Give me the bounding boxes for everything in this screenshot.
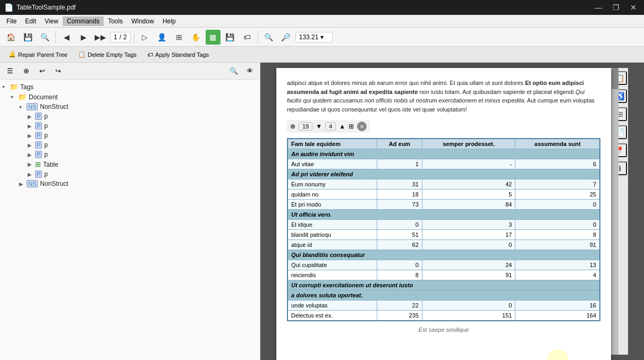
scrollbar-right[interactable]: [611, 68, 618, 355]
arrow-p5: ▶: [28, 152, 35, 158]
tree-node-nonstruct1[interactable]: ▾ NS NonStruct: [2, 102, 258, 112]
zoom-value[interactable]: 133.21: [299, 33, 319, 41]
p2-icon: P: [35, 122, 42, 130]
menu-window[interactable]: Window: [127, 16, 158, 26]
table-row: El idque030: [287, 220, 600, 230]
table-cell-1: 151: [422, 311, 515, 321]
undo-button[interactable]: ↩: [35, 64, 49, 78]
table-button[interactable]: ▦: [206, 30, 221, 45]
p6-label: p: [44, 170, 48, 178]
table-section-cell: Ut officia vero.: [287, 210, 600, 220]
intro-text-block: adipisci atque et dolores minus ab earum…: [287, 79, 600, 114]
pan-button[interactable]: ✋: [189, 30, 204, 45]
tree-node-nonstruct2[interactable]: ▶ NS NonStruct: [2, 179, 258, 188]
table-cell-2: 13: [515, 260, 600, 270]
table-cell-0: 0: [377, 260, 422, 270]
table-section-cell: Ad pri viderer eleifend: [287, 169, 600, 179]
table-row: Qui cupiditate02413: [287, 260, 600, 270]
table-row: Delectus est ex.235151164: [287, 311, 600, 321]
table-cell-1: -: [422, 159, 515, 169]
search-button[interactable]: 🔍: [37, 30, 52, 45]
zoom-dropdown-icon[interactable]: ▾: [320, 33, 324, 41]
nonstruct2-label: NonStruct: [40, 180, 68, 187]
tree-node-document[interactable]: ▾ 📁 Document: [2, 92, 258, 102]
tree-node-p2[interactable]: ▶ P p: [2, 121, 258, 131]
repair-tree-button[interactable]: 🔔 Repair Parent Tree: [4, 49, 72, 59]
zoom-out-button[interactable]: 🔍: [261, 30, 276, 45]
save-button[interactable]: 💾: [20, 30, 35, 45]
page-close-button[interactable]: ✕: [357, 122, 367, 131]
table-cell-label: El idque: [287, 220, 377, 230]
prev-page-button[interactable]: ◀: [59, 30, 74, 45]
tree-node-p6[interactable]: ▶ P p: [2, 169, 258, 179]
search-panel-button[interactable]: 🔍: [227, 64, 241, 78]
sep2: [134, 31, 134, 44]
delete-empty-button[interactable]: 📋 Delete Empty Tags: [74, 49, 141, 59]
select-button[interactable]: ▷: [138, 30, 152, 45]
table-cell-0: 235: [377, 311, 422, 321]
menu-file[interactable]: File: [2, 16, 21, 26]
menu-help[interactable]: Help: [158, 16, 180, 26]
sep3: [258, 31, 258, 44]
stamp-button[interactable]: 👤: [155, 30, 170, 45]
table-cell-1: 3: [422, 220, 515, 230]
window-title: TableToolSample.pdf: [16, 4, 75, 11]
add-tag-button[interactable]: ⊕: [19, 64, 33, 78]
table-row: reiciendis8914: [287, 270, 600, 280]
table-cell-label: quidam no: [287, 190, 377, 200]
eye-button[interactable]: 👁: [243, 64, 257, 78]
table-cell-2: 91: [515, 240, 600, 250]
table-section-cell: An audire invidunt vim: [287, 149, 600, 159]
delete-icon: 📋: [78, 51, 86, 58]
arrow-table: ▶: [28, 161, 35, 167]
title-bar: 📄 TableToolSample.pdf — ❐ ✕: [0, 0, 644, 15]
tree-node-p1[interactable]: ▶ P p: [2, 112, 258, 121]
table-cell-0: 0: [377, 220, 422, 230]
sep1: [55, 31, 56, 44]
tags-label: Tags: [20, 83, 33, 91]
redo-button[interactable]: ↪: [51, 64, 65, 78]
apply-icon: 🏷: [147, 52, 153, 58]
table-cell-2: 6: [515, 159, 600, 169]
tree-node-p3[interactable]: ▶ P p: [2, 131, 258, 140]
table-cell-2: 0: [515, 200, 600, 210]
scrollbar-thumb[interactable]: [612, 68, 618, 89]
collapse-all-button[interactable]: ☰: [3, 64, 17, 78]
home-button[interactable]: 🏠: [3, 30, 18, 45]
footer-text: Est saepe similique: [287, 327, 600, 333]
apply-standard-button[interactable]: 🏷 Apply Standard Tags: [143, 50, 213, 59]
menu-commands[interactable]: Commands: [63, 16, 104, 26]
tag-button[interactable]: 🏷: [240, 30, 255, 45]
close-button[interactable]: ✕: [627, 2, 640, 13]
page-current[interactable]: 1: [114, 33, 117, 41]
folder-document-icon: 📁: [18, 93, 27, 101]
zoom-in-button[interactable]: 🔎: [278, 30, 293, 45]
minimize-button[interactable]: —: [591, 2, 605, 13]
table-cell-1: 0: [422, 301, 515, 311]
table-cell-label: Eum nonumy: [287, 179, 377, 190]
table-section-cell: Ut corrupti exercitationem ut deserunt i…: [287, 280, 600, 290]
menu-edit[interactable]: Edit: [21, 16, 40, 26]
tree-node-p5[interactable]: ▶ P p: [2, 150, 258, 159]
table-cell-2: 8: [515, 230, 600, 240]
menu-view[interactable]: View: [40, 16, 63, 26]
folder-icon: 📁: [10, 83, 18, 91]
pdf-viewer[interactable]: adipisci atque et dolores minus ab earum…: [260, 63, 644, 360]
table-cell-label: Aut vitae: [287, 159, 377, 169]
tree-node-table[interactable]: ▶ ⊞ Table: [2, 159, 258, 169]
tree-node-p4[interactable]: ▶ P p: [2, 140, 258, 150]
next-page-button[interactable]: ▶: [76, 30, 91, 45]
table-cell-label: Qui cupiditate: [287, 260, 377, 270]
menu-tools[interactable]: Tools: [104, 16, 127, 26]
restore-button[interactable]: ❐: [609, 2, 623, 13]
floppy-button[interactable]: 💾: [223, 30, 238, 45]
p3-label: p: [44, 132, 48, 139]
tree-node-tags[interactable]: ▾ 📁 Tags: [2, 82, 258, 92]
p5-icon: P: [35, 151, 42, 158]
table-cell-0: 18: [377, 190, 422, 200]
forward-button[interactable]: ▶▶: [93, 30, 108, 45]
layout-button[interactable]: ⊞: [172, 30, 187, 45]
table-cell-label: reiciendis: [287, 270, 377, 280]
table-section-cell: Qui blanditiis consequatur: [287, 250, 600, 260]
intro-text: adipisci atque et dolores minus ab earum…: [287, 80, 523, 86]
